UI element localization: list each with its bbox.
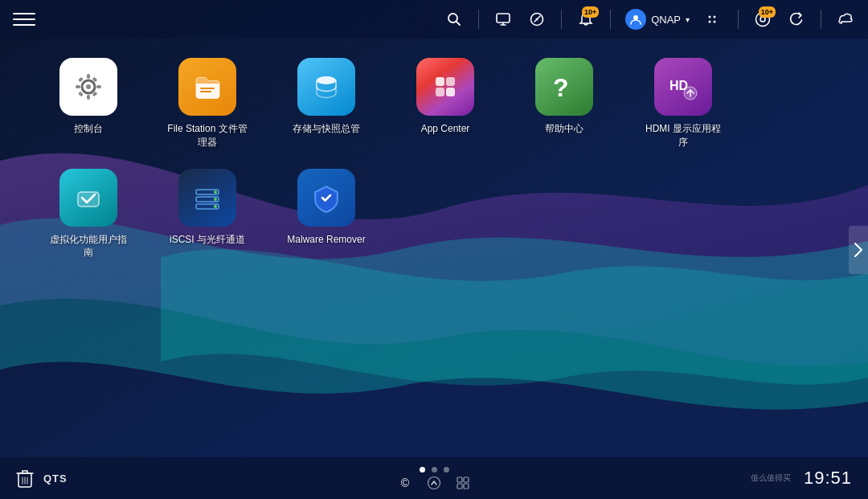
svg-point-41 [214, 190, 217, 194]
refresh-icon[interactable] [787, 10, 806, 29]
app-icon-wrapper-appcenter [416, 58, 474, 116]
user-avatar [625, 9, 646, 30]
app-label-virt: 虚拟化功能用户指南 [48, 233, 129, 260]
app-label-iscsi: iSCSI 与光纤通道 [170, 233, 245, 247]
clock: 19:51 [804, 468, 852, 489]
svg-rect-30 [446, 77, 455, 86]
svg-text:?: ? [553, 73, 569, 102]
app-label-help: 帮助中心 [545, 122, 583, 136]
desktop: 控制台 File Station 文件管理器 存储与快照总管 App Cente… [0, 39, 868, 457]
svg-point-28 [317, 76, 336, 84]
topbar-sep-4 [738, 10, 739, 29]
taskbar-right: 值么值得买 19:51 [751, 468, 852, 489]
app-row-2: 虚拟化功能用户指南 iSCSI 与光纤通道 Malware Remover [48, 169, 820, 260]
app-icon-controlpanel[interactable]: 控制台 [48, 58, 129, 136]
app-label-malware: Malware Remover [287, 233, 365, 247]
apps-grid-icon[interactable] [456, 476, 470, 490]
svg-point-42 [214, 198, 217, 201]
app-icon-appcenter[interactable]: App Center [405, 58, 485, 136]
app-icon-hdmi[interactable]: HD HDMI 显示应用程序 [643, 58, 723, 149]
app-row-1: 控制台 File Station 文件管理器 存储与快照总管 App Cente… [48, 58, 820, 149]
svg-point-10 [709, 21, 711, 23]
topbar-sep-5 [821, 10, 821, 29]
user-menu[interactable]: QNAP ▾ [625, 9, 690, 30]
cloud-icon[interactable] [836, 10, 855, 29]
svg-rect-32 [446, 88, 455, 96]
svg-rect-25 [78, 91, 84, 96]
taskbar-bottom-icons: © [398, 476, 470, 490]
svg-point-9 [709, 16, 711, 18]
copyright-icon[interactable]: © [398, 476, 412, 490]
svg-point-12 [714, 21, 716, 23]
svg-point-7 [536, 18, 538, 21]
topbar-left [13, 8, 35, 31]
page-dot-1[interactable] [420, 467, 425, 472]
hamburger-menu-icon[interactable] [13, 8, 35, 31]
svg-rect-29 [436, 77, 444, 86]
storage-status-icon[interactable]: 10+ [753, 10, 772, 29]
app-icon-wrapper-storage [297, 58, 355, 116]
app-label-controlpanel: 控制台 [74, 122, 103, 136]
settings-icon[interactable] [427, 476, 441, 490]
app-icon-wrapper-malware [297, 169, 355, 227]
svg-point-17 [86, 84, 91, 89]
svg-rect-54 [464, 477, 469, 482]
svg-rect-56 [464, 484, 469, 489]
svg-point-8 [633, 15, 638, 20]
app-icon-wrapper-filestation [178, 58, 236, 116]
page-dot-2[interactable] [432, 467, 437, 472]
svg-rect-3 [497, 14, 510, 22]
svg-rect-19 [87, 95, 90, 100]
topbar-right: 10+ QNAP ▾ [444, 9, 855, 30]
app-icon-wrapper-iscsi [178, 169, 236, 227]
storage-badge: 10+ [759, 6, 776, 18]
notification-badge: 10+ [582, 6, 599, 18]
taskbar-left: QTS [16, 468, 68, 489]
app-icon-help[interactable]: ? 帮助中心 [524, 58, 604, 136]
svg-point-11 [714, 16, 716, 18]
app-icon-wrapper-virt [59, 169, 117, 227]
page-dots [420, 467, 449, 472]
app-icon-wrapper-controlpanel [59, 58, 117, 116]
topbar-sep-1 [478, 10, 479, 29]
stats-icon[interactable] [527, 10, 547, 29]
svg-rect-55 [457, 484, 462, 489]
search-icon[interactable] [444, 10, 464, 29]
app-label-hdmi: HDMI 显示应用程序 [643, 122, 723, 149]
svg-point-43 [214, 205, 217, 208]
app-icon-storage[interactable]: 存储与快照总管 [286, 58, 366, 136]
app-icon-iscsi[interactable]: iSCSI 与光纤通道 [167, 169, 248, 247]
app-icon-wrapper-hdmi: HD [654, 58, 712, 116]
app-icon-malware[interactable]: Malware Remover [286, 169, 366, 247]
svg-rect-18 [87, 74, 90, 79]
taskbar: QTS © [0, 457, 868, 499]
qts-label: QTS [43, 472, 68, 485]
app-icon-filestation[interactable]: File Station 文件管理器 [167, 58, 248, 149]
next-page-arrow[interactable] [849, 226, 868, 274]
app-label-storage: 存储与快照总管 [293, 122, 360, 136]
app-label-filestation: File Station 文件管理器 [167, 122, 248, 149]
topbar: 10+ QNAP ▾ [0, 0, 868, 39]
topbar-sep-3 [610, 10, 611, 29]
watermark-text: 值么值得买 [751, 472, 791, 484]
notification-icon[interactable]: 10+ [576, 10, 596, 29]
svg-rect-22 [78, 76, 84, 82]
topbar-sep-2 [561, 10, 562, 29]
page-dot-3[interactable] [444, 467, 449, 472]
user-dropdown-icon: ▾ [686, 15, 690, 24]
app-icon-virt[interactable]: 虚拟化功能用户指南 [48, 169, 129, 260]
taskbar-center: © [398, 467, 470, 490]
app-icon-wrapper-help: ? [535, 58, 593, 116]
svg-rect-31 [436, 88, 444, 96]
svg-rect-21 [96, 85, 101, 88]
app-label-appcenter: App Center [421, 122, 470, 136]
user-label: QNAP [651, 14, 681, 26]
svg-line-2 [457, 22, 461, 26]
svg-rect-53 [457, 477, 462, 482]
trash-icon[interactable] [16, 468, 34, 489]
svg-rect-20 [76, 85, 80, 88]
svg-point-52 [428, 477, 440, 489]
more-options-icon[interactable] [704, 10, 723, 29]
monitor-icon[interactable] [493, 10, 513, 29]
